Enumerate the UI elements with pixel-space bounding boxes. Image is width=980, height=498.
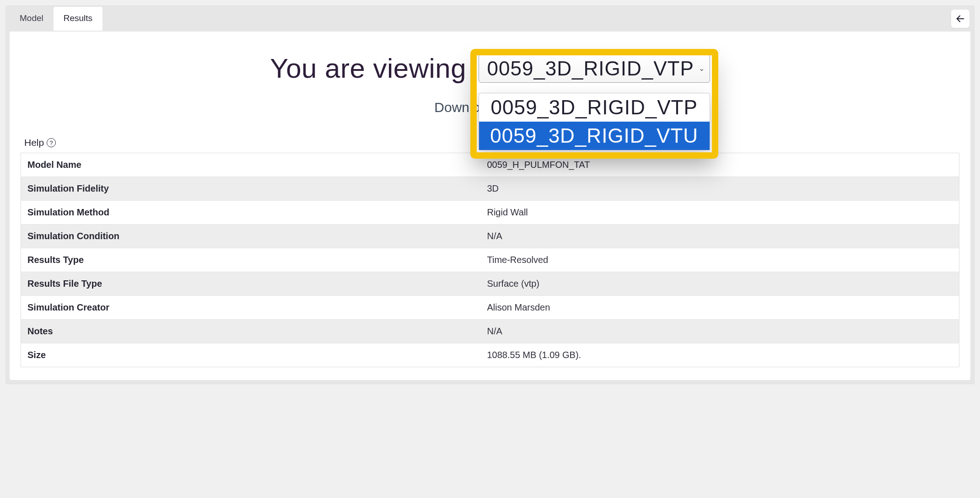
- headline-text: You are viewing: [270, 53, 466, 84]
- help-label: Help: [24, 137, 44, 148]
- headline-row: You are viewing 0059_3D_RIGID_VTP ⌄ 0059…: [18, 53, 962, 84]
- detail-key: Simulation Fidelity: [21, 177, 481, 201]
- chevron-down-icon: ⌄: [699, 64, 705, 73]
- tab-model[interactable]: Model: [10, 7, 54, 31]
- detail-value: 3D: [480, 177, 959, 201]
- table-row: Simulation Fidelity3D: [21, 177, 959, 201]
- detail-key: Results Type: [21, 248, 481, 272]
- table-row: Simulation CreatorAlison Marsden: [21, 296, 959, 320]
- help-icon: ?: [47, 138, 56, 147]
- tab-results[interactable]: Results: [54, 7, 102, 31]
- simulation-option[interactable]: 0059_3D_RIGID_VTP: [479, 93, 710, 122]
- table-row: Simulation MethodRigid Wall: [21, 201, 959, 225]
- detail-value: Surface (vtp): [480, 272, 959, 296]
- simulation-dropdown: 0059_3D_RIGID_VTP 0059_3D_RIGID_VTU: [479, 93, 710, 150]
- detail-key: Simulation Creator: [21, 296, 481, 320]
- detail-value: Rigid Wall: [480, 201, 959, 225]
- results-panel: You are viewing 0059_3D_RIGID_VTP ⌄ 0059…: [10, 32, 970, 380]
- detail-key: Simulation Method: [21, 201, 481, 225]
- detail-key: Notes: [21, 320, 481, 343]
- table-row: Results File TypeSurface (vtp): [21, 272, 959, 296]
- detail-value: N/A: [480, 320, 959, 343]
- back-button[interactable]: [951, 10, 969, 28]
- detail-value: N/A: [480, 225, 959, 248]
- simulation-select-value: 0059_3D_RIGID_VTP: [487, 57, 694, 80]
- table-row: Simulation ConditionN/A: [21, 225, 959, 248]
- detail-value: 0059_H_PULMFON_TAT: [480, 153, 959, 177]
- tab-bar: Model Results: [6, 6, 974, 32]
- detail-key: Simulation Condition: [21, 225, 481, 248]
- arrow-left-icon: [955, 14, 965, 24]
- table-row: Size1088.55 MB (1.09 GB).: [21, 343, 959, 367]
- detail-value: 1088.55 MB (1.09 GB).: [480, 343, 959, 367]
- simulation-select[interactable]: 0059_3D_RIGID_VTP ⌄: [479, 54, 710, 83]
- app-frame: Model Results You are viewing 0059_3D_RI…: [5, 5, 975, 384]
- detail-value: Time-Resolved: [480, 248, 959, 272]
- detail-key: Model Name: [21, 153, 481, 177]
- table-row: Model Name0059_H_PULMFON_TAT: [21, 153, 959, 177]
- table-row: Results TypeTime-Resolved: [21, 248, 959, 272]
- detail-value: Alison Marsden: [480, 296, 959, 320]
- simulation-select-wrap: 0059_3D_RIGID_VTP ⌄ 0059_3D_RIGID_VTP 00…: [479, 57, 710, 80]
- details-table: Model Name0059_H_PULMFON_TATSimulation F…: [21, 153, 959, 367]
- detail-key: Size: [21, 343, 481, 367]
- table-row: NotesN/A: [21, 320, 959, 343]
- detail-key: Results File Type: [21, 272, 481, 296]
- simulation-option[interactable]: 0059_3D_RIGID_VTU: [479, 122, 710, 150]
